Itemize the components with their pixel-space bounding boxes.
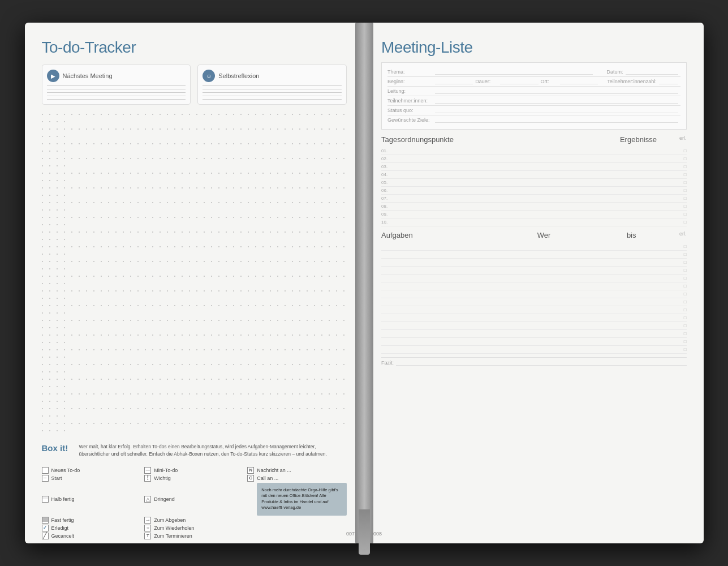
dot (307, 187, 308, 188)
dot (123, 173, 124, 174)
dot (64, 143, 65, 144)
dot (49, 357, 50, 358)
legend-label: Call an ... (257, 475, 278, 481)
dot (292, 128, 293, 130)
dot (262, 158, 264, 159)
dot (204, 364, 205, 365)
task-bis-field (602, 331, 675, 336)
box-it-description: Wer malt, hat klar Erfolg. Erhalten To-d… (79, 443, 347, 458)
task-main-field (381, 260, 528, 265)
dot (314, 335, 315, 336)
dot (314, 393, 315, 395)
meeting-card: ▶ Nächstes Meeting (42, 65, 191, 105)
dot (145, 379, 146, 380)
dot (49, 312, 50, 314)
dot (226, 187, 227, 188)
dot (42, 386, 43, 387)
dot (130, 393, 131, 395)
dot (167, 261, 168, 262)
dot (226, 231, 227, 233)
dot (226, 276, 227, 277)
dot (240, 364, 242, 365)
dot-row (42, 187, 347, 196)
dot (277, 423, 278, 424)
dot (218, 187, 219, 188)
meeting-form: Thema: Datum: Beginn: Dauer: Ort: Teilne… (381, 62, 687, 130)
dot (292, 290, 293, 291)
task-bis-field (602, 307, 675, 312)
dot (42, 283, 43, 284)
dot (240, 379, 242, 380)
dot (137, 158, 139, 159)
dot (299, 173, 300, 174)
book-ribbon (359, 509, 370, 555)
dot (299, 335, 300, 336)
legend-label: Gecancelt (51, 533, 75, 539)
legend-label: Dringend (154, 496, 175, 502)
dot (123, 379, 124, 380)
dot (182, 423, 183, 424)
dot (218, 114, 219, 115)
dot (64, 254, 65, 255)
agenda-erl: □ (675, 148, 687, 153)
dot (64, 165, 65, 166)
dot (101, 408, 102, 409)
dot (108, 379, 109, 380)
dot (160, 246, 161, 247)
datum-label: Datum: (595, 69, 623, 75)
dot (314, 158, 315, 159)
dot (86, 290, 87, 291)
dot (321, 276, 322, 277)
dot (285, 173, 286, 174)
dot (248, 305, 249, 306)
dot (233, 114, 234, 115)
dot (336, 320, 337, 321)
dot (314, 187, 315, 188)
dot (196, 143, 197, 144)
dot (307, 158, 308, 159)
dot (189, 173, 190, 174)
dot (152, 128, 153, 130)
agenda-erl: □ (675, 172, 687, 177)
dot (211, 379, 212, 380)
dot (196, 320, 197, 321)
dot (233, 202, 234, 203)
dot (343, 320, 344, 321)
dot (189, 349, 190, 350)
dot (93, 202, 94, 203)
dot (255, 349, 256, 350)
dot (130, 305, 131, 306)
dot (189, 276, 190, 277)
dot (292, 173, 293, 174)
dot (189, 246, 190, 247)
dot (64, 151, 65, 152)
dot (93, 423, 94, 424)
dot (115, 335, 117, 336)
dot (49, 158, 50, 159)
dot (196, 114, 197, 115)
legend-item: ✓ Erledigt (42, 525, 141, 531)
dot (79, 290, 80, 291)
dot (248, 349, 249, 350)
dot (314, 128, 315, 130)
dot (204, 231, 205, 233)
dot (108, 202, 109, 203)
agenda-erl: □ (675, 196, 687, 201)
dot (57, 298, 58, 299)
dot (108, 335, 109, 336)
dot (93, 364, 94, 365)
dot (137, 231, 139, 233)
dot (196, 202, 197, 203)
dot (64, 121, 65, 122)
dot (277, 379, 278, 380)
dot (137, 143, 139, 144)
dot (211, 423, 212, 424)
dot (93, 349, 94, 350)
dot (255, 202, 256, 203)
dot (93, 246, 94, 247)
dot (71, 423, 72, 424)
dot (108, 143, 109, 144)
dot (137, 114, 139, 115)
dot (343, 114, 344, 115)
dot (204, 173, 205, 174)
